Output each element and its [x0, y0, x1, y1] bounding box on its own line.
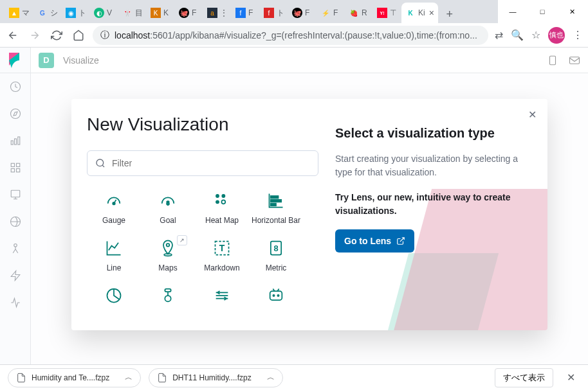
browser-tab[interactable]: 🐙F	[288, 3, 317, 23]
breadcrumb[interactable]: Visualize	[63, 55, 99, 66]
viz-pie[interactable]	[87, 285, 141, 306]
browser-tab[interactable]: 🎌目	[118, 3, 147, 23]
svg-rect-23	[271, 204, 276, 206]
browser-tab[interactable]: 🍓R	[345, 3, 373, 23]
viz-tag-cloud[interactable]	[141, 285, 195, 306]
chevron-up-icon[interactable]: ︿	[267, 372, 275, 383]
right-panel-bold: Try Lens, our new, intuitive way to crea…	[335, 191, 529, 218]
maps-nav-icon[interactable]	[0, 208, 31, 235]
browser-tab[interactable]: ▲マ	[5, 3, 33, 23]
go-to-lens-button[interactable]: Go to Lens	[335, 229, 414, 253]
svg-rect-12	[550, 56, 556, 65]
close-download-bar-button[interactable]: ✕	[561, 368, 580, 387]
infra-icon[interactable]	[0, 262, 31, 289]
browser-tab[interactable]: ◉ト	[62, 3, 90, 23]
new-visualization-modal: ✕ New Visualization Gauge 8Goal Heat Map…	[71, 99, 547, 330]
browser-tab[interactable]: a⋮	[203, 3, 232, 23]
share-icon[interactable]	[547, 55, 558, 66]
search-icon	[95, 158, 106, 168]
zoom-icon[interactable]: 🔍	[511, 29, 524, 41]
svg-text:8: 8	[167, 200, 170, 206]
show-all-downloads-button[interactable]: すべて表示	[495, 368, 553, 387]
bookmark-star-icon[interactable]: ☆	[531, 29, 540, 41]
browser-tab-active[interactable]: KKi×	[401, 3, 438, 23]
browser-tab[interactable]: Y!⊤	[373, 3, 401, 23]
svg-rect-6	[16, 163, 19, 166]
translate-icon[interactable]: ⇄	[495, 29, 503, 41]
popout-icon: ↗	[177, 235, 187, 245]
browser-tab[interactable]: fF	[232, 3, 260, 23]
ml-icon[interactable]	[0, 235, 31, 262]
svg-rect-9	[11, 190, 20, 197]
home-button[interactable]	[71, 28, 86, 43]
browser-tab[interactable]: Gシ	[33, 3, 62, 23]
svg-point-34	[273, 295, 274, 296]
menu-icon[interactable]: ⋮	[573, 29, 583, 41]
viz-goal[interactable]: 8Goal	[141, 190, 195, 225]
viz-vega[interactable]	[249, 285, 303, 306]
forward-button[interactable]	[27, 28, 42, 43]
browser-tab[interactable]: KK	[147, 3, 175, 23]
viz-timelion[interactable]	[195, 285, 249, 306]
svg-text:8: 8	[273, 244, 278, 253]
browser-tab[interactable]: 🐙F	[175, 3, 203, 23]
modal-overlay: ✕ New Visualization Gauge 8Goal Heat Map…	[31, 73, 588, 366]
viz-markdown[interactable]: TMarkdown	[195, 238, 249, 272]
url-input[interactable]: ⓘ localhost:5601/app/kibana#/visualize?_…	[93, 26, 488, 45]
visualization-grid: Gauge 8Goal Heat Map Horizontal Bar Line…	[87, 190, 313, 306]
space-badge[interactable]: D	[39, 53, 54, 68]
svg-rect-31	[165, 289, 170, 292]
file-icon	[157, 373, 167, 383]
profile-avatar[interactable]: 慎也	[548, 27, 565, 44]
filter-field[interactable]	[112, 158, 310, 168]
viz-horizontal-bar[interactable]: Horizontal Bar	[249, 190, 303, 225]
close-icon[interactable]: ×	[429, 8, 434, 18]
svg-rect-22	[271, 200, 281, 202]
visualize-icon[interactable]	[0, 127, 31, 154]
right-panel-title: Select a visualization type	[335, 126, 529, 141]
browser-tab[interactable]: fト	[260, 3, 288, 23]
dashboard-icon[interactable]	[0, 154, 31, 181]
viz-heatmap[interactable]: Heat Map	[195, 190, 249, 225]
svg-text:T: T	[219, 243, 225, 253]
maximize-button[interactable]: □	[528, 2, 557, 21]
svg-point-17	[216, 194, 219, 198]
svg-rect-5	[11, 163, 14, 166]
svg-point-1	[10, 109, 20, 119]
viz-maps[interactable]: ↗Maps	[141, 238, 195, 272]
svg-point-19	[216, 200, 219, 204]
filter-input[interactable]	[87, 150, 318, 176]
svg-point-35	[277, 295, 279, 296]
svg-rect-4	[17, 137, 19, 145]
chevron-up-icon[interactable]: ︿	[125, 372, 133, 383]
reload-button[interactable]	[49, 28, 64, 43]
browser-tab[interactable]: ⚡F	[317, 3, 345, 23]
browser-tab[interactable]: ◐V	[90, 3, 118, 23]
back-button[interactable]	[5, 28, 21, 43]
viz-metric[interactable]: 8Metric	[249, 238, 303, 272]
minimize-button[interactable]: —	[498, 2, 528, 21]
new-tab-button[interactable]: +	[441, 5, 459, 23]
download-item[interactable]: Humidity and Te....fzpz ︿	[8, 368, 141, 387]
window-close-button[interactable]: ✕	[557, 2, 587, 21]
canvas-icon[interactable]	[0, 181, 31, 208]
discover-icon[interactable]	[0, 100, 31, 127]
svg-rect-7	[11, 169, 14, 172]
modal-left-panel: New Visualization Gauge 8Goal Heat Map H…	[71, 99, 329, 330]
mail-icon[interactable]	[569, 55, 580, 66]
svg-point-20	[221, 200, 225, 204]
file-icon	[16, 373, 26, 383]
svg-rect-21	[271, 196, 279, 199]
svg-point-14	[96, 159, 104, 166]
kibana-sidebar	[0, 48, 31, 366]
download-bar: Humidity and Te....fzpz ︿ DHT11 Humitidy…	[0, 364, 588, 390]
recent-icon[interactable]	[0, 73, 31, 100]
viz-gauge[interactable]: Gauge	[87, 190, 141, 225]
download-item[interactable]: DHT11 Humitidy....fzpz ︿	[149, 368, 282, 387]
viz-line[interactable]: Line	[87, 238, 141, 272]
kibana-logo[interactable]	[0, 48, 31, 73]
logs-icon[interactable]	[0, 289, 31, 316]
external-link-icon	[396, 236, 405, 245]
site-info-icon[interactable]: ⓘ	[100, 30, 109, 41]
kibana-topbar: D Visualize	[31, 48, 588, 73]
